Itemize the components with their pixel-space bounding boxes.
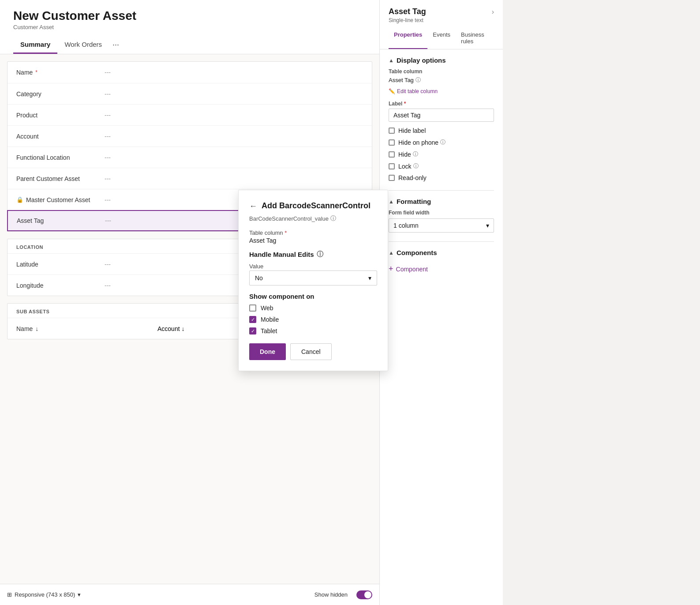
page-header: New Customer Asset Customer Asset Summar… bbox=[0, 0, 379, 54]
components-title: Components bbox=[397, 249, 437, 256]
panel-checkbox-lock[interactable]: Lock ⓘ bbox=[389, 162, 494, 170]
form-row-functional-location[interactable]: Functional Location --- bbox=[7, 147, 372, 168]
modal-handle-edits-info[interactable]: ⓘ bbox=[317, 250, 323, 259]
panel-form-field-width-dropdown[interactable]: 1 column ▾ bbox=[389, 218, 494, 233]
modal-table-column-value: Asset Tag bbox=[249, 237, 377, 244]
modal-actions: Done Cancel bbox=[249, 343, 377, 360]
panel-checkbox-hide-label[interactable]: Hide label bbox=[389, 127, 494, 134]
panel-label-input[interactable] bbox=[389, 109, 494, 122]
show-component-section: Show component on Web ✓ Mobile ✓ Tablet bbox=[249, 293, 377, 334]
responsive-icon: ⊞ bbox=[7, 591, 12, 598]
form-row-account[interactable]: Account --- bbox=[7, 125, 372, 147]
modal-title: Add BarcodeScannerControl bbox=[262, 201, 371, 211]
collapse-formatting-icon[interactable]: ▲ bbox=[389, 199, 394, 205]
checkbox-lock[interactable] bbox=[389, 163, 395, 169]
tab-bar: Summary Work Orders ··· bbox=[13, 36, 366, 54]
show-component-title: Show component on bbox=[249, 293, 377, 300]
modal-value-selected: No bbox=[255, 274, 263, 282]
collapse-display-icon[interactable]: ▲ bbox=[389, 57, 394, 64]
modal-cancel-button[interactable]: Cancel bbox=[290, 343, 332, 360]
panel-body: ▲ Display options Table column Asset Tag… bbox=[380, 49, 503, 605]
form-row-product[interactable]: Product --- bbox=[7, 104, 372, 125]
panel-form-field-width-dropdown-icon: ▾ bbox=[486, 222, 489, 229]
tab-summary[interactable]: Summary bbox=[13, 36, 57, 54]
field-value-product: --- bbox=[105, 112, 111, 119]
panel-tab-business-rules[interactable]: Business rules bbox=[456, 28, 494, 49]
modal-value-dropdown-icon: ▾ bbox=[368, 274, 371, 282]
panel-section-components: ▲ Components + Component bbox=[389, 249, 494, 277]
panel-tab-properties[interactable]: Properties bbox=[389, 28, 427, 49]
page-subtitle: Customer Asset bbox=[13, 24, 366, 30]
responsive-label: Responsive (743 x 850) bbox=[15, 591, 75, 598]
label-required-star: * bbox=[404, 101, 406, 107]
modal-done-button[interactable]: Done bbox=[249, 343, 286, 360]
add-component-label: Component bbox=[396, 266, 428, 273]
checkbox-tablet[interactable]: ✓ bbox=[249, 327, 256, 334]
field-label-product: Product bbox=[16, 112, 105, 119]
field-value-parent-customer-asset: --- bbox=[105, 175, 111, 182]
pencil-icon: ✏️ bbox=[389, 88, 395, 94]
checkbox-row-tablet[interactable]: ✓ Tablet bbox=[249, 327, 377, 334]
sub-assets-col-name[interactable]: Name ↓ bbox=[16, 325, 105, 332]
field-label-master-customer-asset: 🔒 Master Customer Asset bbox=[16, 196, 105, 203]
hide-info-icon[interactable]: ⓘ bbox=[413, 150, 418, 158]
show-hidden-toggle[interactable] bbox=[356, 590, 372, 599]
modal-table-column-required: * bbox=[284, 229, 287, 236]
tab-more[interactable]: ··· bbox=[109, 36, 123, 54]
modal-handle-edits-label: Handle Manual Edits ⓘ bbox=[249, 250, 377, 259]
field-value-name: --- bbox=[105, 69, 111, 76]
field-value-master-customer-asset: --- bbox=[105, 196, 111, 203]
field-label-category: Category bbox=[16, 90, 105, 98]
panel-chevron-icon[interactable]: › bbox=[492, 8, 494, 16]
field-value-category: --- bbox=[105, 90, 111, 98]
field-label-functional-location: Functional Location bbox=[16, 154, 105, 161]
panel-form-field-width-value: 1 column bbox=[393, 222, 419, 229]
checkbox-row-web[interactable]: Web bbox=[249, 304, 377, 312]
right-panel: Asset Tag › Single-line text Properties … bbox=[379, 0, 503, 605]
checkbox-row-mobile[interactable]: ✓ Mobile bbox=[249, 316, 377, 323]
field-label-longitude: Longitude bbox=[16, 282, 105, 289]
checkbox-hide-label[interactable] bbox=[389, 128, 395, 134]
panel-checkbox-read-only[interactable]: Read-only bbox=[389, 174, 494, 181]
checkbox-mobile[interactable]: ✓ bbox=[249, 316, 256, 323]
table-column-info-icon[interactable]: ⓘ bbox=[416, 76, 421, 84]
checkbox-web-label: Web bbox=[261, 304, 273, 312]
main-area: New Customer Asset Customer Asset Summar… bbox=[0, 0, 379, 605]
panel-header: Asset Tag › Single-line text Properties … bbox=[380, 0, 503, 49]
modal-info-icon[interactable]: ⓘ bbox=[330, 214, 336, 222]
lock-info-icon[interactable]: ⓘ bbox=[413, 162, 419, 170]
formatting-title: Formatting bbox=[397, 198, 431, 205]
modal-add-barcode: ← Add BarcodeScannerControl BarCodeScann… bbox=[238, 190, 388, 371]
panel-label-field-row: Label * bbox=[389, 100, 494, 107]
panel-form-field-width-label: Form field width bbox=[389, 210, 494, 216]
field-label-latitude: Latitude bbox=[16, 261, 105, 268]
panel-checkbox-hide-on-phone[interactable]: Hide on phone ⓘ bbox=[389, 139, 494, 146]
checkbox-hide-on-phone[interactable] bbox=[389, 139, 395, 146]
sub-assets-col-account[interactable]: Account ↓ bbox=[157, 325, 184, 332]
panel-tab-events[interactable]: Events bbox=[427, 28, 456, 49]
tab-work-orders[interactable]: Work Orders bbox=[57, 36, 109, 54]
collapse-components-icon[interactable]: ▲ bbox=[389, 250, 394, 256]
add-component-button[interactable]: + Component bbox=[389, 261, 494, 277]
lock-icon: 🔒 bbox=[16, 196, 23, 203]
field-label-name: Name * bbox=[16, 69, 105, 76]
form-row-category[interactable]: Category --- bbox=[7, 83, 372, 104]
form-row-parent-customer-asset[interactable]: Parent Customer Asset --- bbox=[7, 168, 372, 189]
edit-table-column-link[interactable]: ✏️ Edit table column bbox=[389, 88, 494, 94]
checkbox-hide[interactable] bbox=[389, 151, 395, 158]
panel-section-formatting-header: ▲ Formatting bbox=[389, 198, 494, 205]
panel-checkbox-hide[interactable]: Hide ⓘ bbox=[389, 150, 494, 158]
checkbox-read-only[interactable] bbox=[389, 175, 395, 181]
checkbox-web[interactable] bbox=[249, 304, 256, 312]
modal-back-button[interactable]: ← bbox=[249, 202, 257, 211]
modal-value-dropdown[interactable]: No ▾ bbox=[249, 271, 377, 286]
form-row-name[interactable]: Name * --- bbox=[7, 62, 372, 83]
panel-section-display: ▲ Display options Table column Asset Tag… bbox=[389, 56, 494, 181]
panel-section-components-header: ▲ Components bbox=[389, 249, 494, 256]
hide-on-phone-info-icon[interactable]: ⓘ bbox=[440, 139, 445, 146]
panel-table-column-value: Asset Tag ⓘ bbox=[389, 76, 494, 84]
responsive-badge[interactable]: ⊞ Responsive (743 x 850) ▾ bbox=[7, 591, 81, 598]
checkbox-hide-text: Hide ⓘ bbox=[398, 150, 418, 158]
field-value-account: --- bbox=[105, 133, 111, 140]
field-label-asset-tag: Asset Tag bbox=[17, 217, 105, 224]
